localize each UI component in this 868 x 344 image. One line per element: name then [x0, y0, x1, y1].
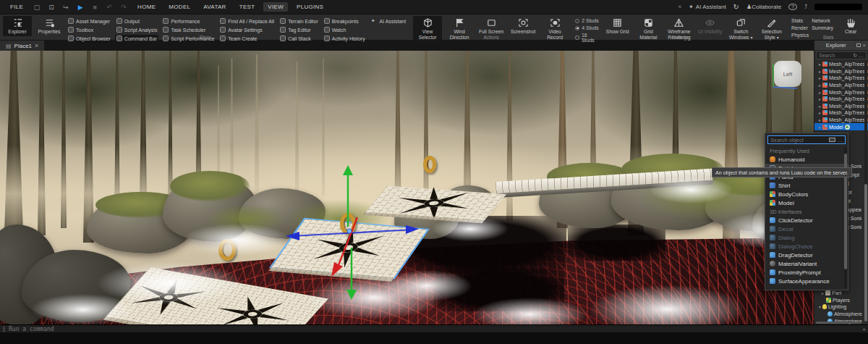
- redo-icon[interactable]: ↷: [119, 4, 129, 11]
- tab-avatar[interactable]: AVATAR: [199, 2, 230, 12]
- tree-row-model-selected[interactable]: Model+: [814, 123, 868, 130]
- script-analysis-button[interactable]: Script Analysis: [115, 26, 159, 33]
- clear-stats-button[interactable]: Clear: [836, 16, 865, 36]
- chevron-right-icon[interactable]: [819, 103, 821, 109]
- stats-button[interactable]: Stats: [791, 18, 809, 23]
- share-icon[interactable]: [804, 4, 807, 10]
- chevron-right-icon[interactable]: [822, 290, 824, 296]
- insert-item-proximityprompt[interactable]: ProximityPrompt: [765, 268, 848, 277]
- place1-tab[interactable]: Place1: [0, 41, 44, 51]
- chevron-right-icon[interactable]: [819, 117, 821, 123]
- tree-row-mesh[interactable]: Mesh_AlpTrees4: [814, 103, 868, 110]
- gold-ring[interactable]: [423, 156, 436, 173]
- tab-close-icon[interactable]: [35, 42, 38, 49]
- full-screen-button[interactable]: Full Screen: [477, 16, 506, 36]
- tree-row-atmosphere[interactable]: Atmosphere: [814, 311, 868, 318]
- watch-button[interactable]: Watch: [323, 26, 367, 33]
- tab-home[interactable]: HOME: [133, 2, 160, 12]
- new-file-icon[interactable]: ▢: [32, 4, 42, 11]
- tree-row-lighting[interactable]: Lighting: [814, 303, 868, 311]
- undo-icon[interactable]: ↶: [104, 4, 114, 11]
- explorer-toggle-button[interactable]: Explorer: [3, 16, 32, 36]
- gold-ring[interactable]: [340, 213, 356, 235]
- chevron-right-icon[interactable]: [819, 109, 821, 116]
- tab-model[interactable]: MODEL: [164, 2, 195, 12]
- insert-search-box[interactable]: [767, 135, 846, 144]
- tree-row-mesh[interactable]: Mesh_AlpTrees4: [814, 75, 868, 82]
- more-options-icon[interactable]: [859, 52, 864, 59]
- command-input[interactable]: [9, 326, 859, 332]
- insert-item-dragdetector[interactable]: DragDetector: [765, 251, 848, 259]
- ai-assistant-titlebar-button[interactable]: AI Assistant: [689, 4, 726, 10]
- view-cube-face[interactable]: Left: [774, 61, 801, 87]
- insert-item-bodycolors[interactable]: BodyColors: [765, 190, 848, 198]
- find-all-button[interactable]: Find All / Replace All: [218, 17, 276, 25]
- viewport-3d-scene[interactable]: Left: [0, 51, 814, 324]
- tree-row-mesh[interactable]: Mesh_AlpTrees4: [814, 96, 868, 103]
- insert-item-humanoid[interactable]: Humanoid: [765, 155, 848, 164]
- properties-toggle-button[interactable]: Properties: [35, 16, 64, 36]
- summary-stats-button[interactable]: Summary: [812, 25, 833, 30]
- tree-row-players[interactable]: Players: [814, 297, 868, 304]
- stud-2-radio[interactable]: 2 Studs: [575, 18, 600, 23]
- file-menu[interactable]: FILE: [6, 2, 27, 12]
- explorer-search-input[interactable]: [819, 53, 851, 58]
- insert-mode-icon[interactable]: [829, 138, 835, 142]
- popout-icon[interactable]: [856, 43, 861, 47]
- chevron-right-icon[interactable]: [819, 89, 821, 96]
- asset-manager-button[interactable]: Asset Manager: [67, 17, 112, 25]
- chevron-right-icon[interactable]: [819, 61, 821, 67]
- tab-plugins[interactable]: PLUGINS: [292, 2, 328, 12]
- drag-grip-icon[interactable]: [3, 327, 5, 332]
- chevron-right-icon[interactable]: [819, 68, 821, 75]
- insert-search-input[interactable]: [770, 137, 827, 143]
- sync-icon[interactable]: [733, 3, 739, 11]
- screenshot-button[interactable]: Screenshot: [509, 16, 537, 36]
- toolbox-button[interactable]: Toolbox: [67, 26, 112, 33]
- task-scheduler-button[interactable]: Task Scheduler: [161, 26, 216, 33]
- stud-4-radio[interactable]: 4 Studs: [575, 25, 600, 30]
- publish-icon[interactable]: ↪: [61, 4, 71, 11]
- chevron-down-icon[interactable]: [819, 303, 821, 310]
- explorer-horizontal-scrollbar[interactable]: [816, 322, 861, 324]
- stop-icon[interactable]: ■: [90, 4, 100, 11]
- help-icon[interactable]: [788, 4, 797, 10]
- chevron-right-icon[interactable]: [819, 75, 821, 81]
- insert-item-surfaceappearance[interactable]: SurfaceAppearance: [765, 277, 848, 285]
- tree-row-part[interactable]: Part: [814, 290, 868, 297]
- tab-test[interactable]: TEST: [235, 2, 260, 12]
- render-stats-button[interactable]: Render: [791, 25, 809, 30]
- ai-assistant-ribbon-button[interactable]: AI Assistant: [370, 17, 407, 25]
- tree-row-mesh[interactable]: Mesh_AlpTrees4: [814, 82, 868, 89]
- collapse-ribbon-icon[interactable]: [678, 4, 681, 10]
- tag-editor-button[interactable]: Tag Editor: [278, 26, 320, 33]
- insert-object-plus-icon[interactable]: +: [845, 125, 850, 130]
- explorer-vertical-scrollbar[interactable]: [864, 61, 867, 322]
- explorer-search-box[interactable]: [816, 51, 867, 59]
- command-bar[interactable]: [0, 324, 868, 332]
- insert-item-materialvariant[interactable]: MaterialVariant: [765, 259, 848, 268]
- insert-item-clickdetector[interactable]: ClickDetector: [765, 216, 848, 225]
- tree-row-mesh[interactable]: Mesh_AlpTrees4: [814, 68, 868, 75]
- tree-row-mesh[interactable]: Mesh_AlpTrees4: [814, 88, 868, 96]
- search-history-icon[interactable]: [853, 52, 857, 59]
- menu-options-icon[interactable]: [838, 137, 843, 143]
- output-button[interactable]: Output: [115, 17, 159, 25]
- view-selector-cube[interactable]: Left: [768, 59, 801, 91]
- avatar-settings-button[interactable]: Avatar Settings: [218, 26, 276, 33]
- breakpoints-button[interactable]: Breakpoints: [323, 17, 367, 25]
- tree-row-mesh[interactable]: Mesh_AlpTrees4: [814, 61, 868, 68]
- tab-view[interactable]: VIEW: [263, 2, 288, 12]
- tree-row-mesh[interactable]: Mesh_AlpTrees4: [814, 109, 868, 117]
- terrain-editor-button[interactable]: Terrain Editor: [278, 17, 320, 25]
- insert-item-shirt[interactable]: Shirt: [765, 181, 848, 190]
- chevron-right-icon[interactable]: [819, 96, 821, 102]
- play-icon[interactable]: ▶: [75, 4, 85, 11]
- chevron-right-icon[interactable]: [819, 82, 821, 88]
- insert-item-model[interactable]: Model: [765, 198, 848, 207]
- show-grid-button[interactable]: Show Grid: [603, 16, 631, 36]
- close-panel-icon[interactable]: [862, 42, 866, 49]
- open-file-icon[interactable]: ⊡: [46, 4, 56, 11]
- collaborate-button[interactable]: Collaborate: [746, 4, 781, 10]
- command-history-caret-icon[interactable]: [863, 326, 865, 332]
